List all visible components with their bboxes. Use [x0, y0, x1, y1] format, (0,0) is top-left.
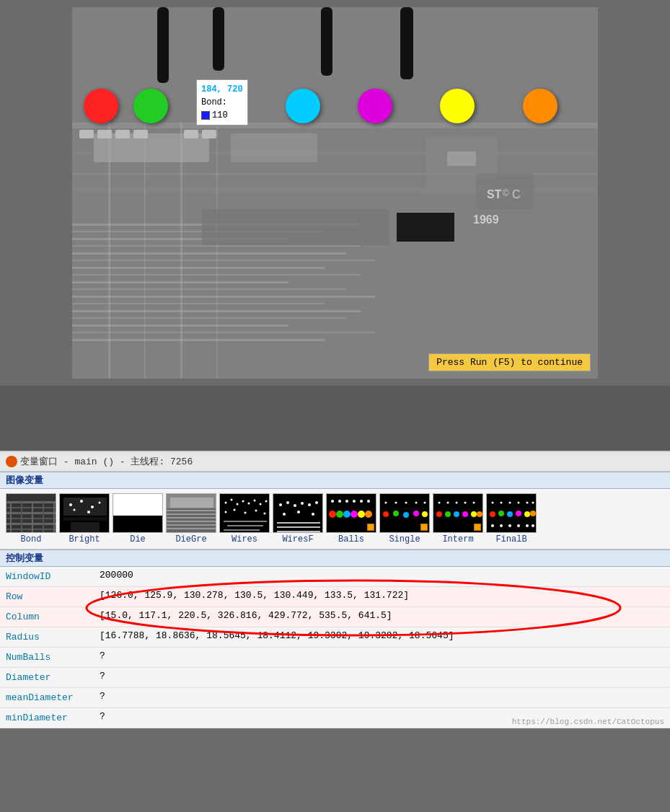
svg-point-102: [279, 503, 282, 506]
svg-rect-46: [400, 7, 413, 79]
svg-rect-10: [72, 260, 375, 261]
value-meandiameter: ?: [100, 691, 664, 702]
thumbnail-die[interactable]: Die: [113, 493, 163, 544]
ball-red: [84, 89, 118, 123]
ball-cyan: [286, 89, 320, 123]
control-row-meandiameter: meanDiameter ?: [0, 688, 670, 708]
tooltip-popup: 184, 720 Bond: 110: [196, 79, 248, 125]
thumbnail-bright[interactable]: Bright: [59, 493, 110, 544]
svg-point-130: [403, 512, 409, 518]
value-diameter: ?: [100, 671, 664, 681]
svg-point-162: [532, 502, 534, 504]
svg-point-142: [462, 511, 468, 517]
svg-point-105: [301, 502, 304, 505]
thumbnail-finalb-label: FinalB: [495, 534, 526, 544]
svg-point-158: [501, 502, 503, 504]
thumbnail-balls-img: [326, 493, 376, 533]
control-row-mindiameter: minDiameter ? https://blog.csdn.net/CatO…: [0, 708, 670, 728]
svg-point-87: [237, 503, 239, 506]
svg-point-96: [255, 510, 257, 512]
header-icon: [6, 456, 17, 467]
label-windowid: WindowID: [6, 570, 100, 582]
svg-point-166: [517, 524, 520, 527]
svg-point-146: [447, 502, 449, 504]
svg-point-129: [393, 511, 399, 516]
svg-point-163: [491, 524, 494, 527]
svg-point-103: [286, 501, 289, 504]
svg-point-107: [315, 501, 318, 504]
svg-point-164: [500, 524, 503, 527]
thumbnail-balls-label: Balls: [338, 534, 364, 544]
thumbnail-wires-label: Wires: [232, 534, 257, 544]
thumbnail-single[interactable]: Single: [379, 493, 430, 544]
svg-point-104: [294, 504, 296, 507]
svg-point-110: [312, 513, 314, 516]
thumbnail-wiresf[interactable]: WiresF: [273, 493, 323, 544]
watermark-text: https://blog.csdn.net/CatOctopus: [512, 718, 664, 726]
svg-point-92: [265, 500, 268, 503]
thumbnail-die-label: Die: [130, 534, 146, 544]
svg-rect-43: [157, 7, 169, 83]
thumbnail-finalb[interactable]: FinalB: [486, 493, 537, 544]
svg-point-122: [338, 500, 341, 503]
svg-point-93: [225, 511, 227, 513]
svg-rect-56: [32, 501, 33, 533]
var-window-header: 变量窗口 - main () - 主线程: 7256: [0, 452, 670, 472]
svg-rect-79: [167, 513, 216, 515]
svg-rect-53: [6, 529, 56, 530]
svg-rect-28: [202, 209, 389, 245]
svg-rect-37: [79, 130, 94, 138]
svg-rect-49: [6, 507, 56, 508]
thumbnail-interm-img: [433, 493, 483, 533]
image-vars-header: 图像变量: [0, 472, 670, 489]
thumbnail-wires[interactable]: Wires: [219, 493, 270, 544]
svg-point-86: [231, 499, 233, 501]
thumbnail-bond[interactable]: Bond: [6, 493, 56, 544]
svg-point-144: [477, 511, 482, 517]
svg-point-136: [415, 502, 418, 504]
svg-rect-82: [167, 524, 216, 526]
svg-point-91: [260, 503, 262, 506]
press-run-bar: Press Run (F5) to continue: [428, 353, 591, 371]
svg-rect-83: [167, 528, 216, 529]
svg-point-149: [473, 502, 475, 504]
label-column: Column: [6, 610, 100, 622]
svg-point-106: [308, 503, 311, 506]
svg-point-66: [99, 502, 101, 504]
svg-point-124: [353, 500, 356, 503]
svg-point-85: [225, 502, 227, 504]
thumbnail-diegre[interactable]: DieGre: [166, 493, 216, 544]
svg-rect-77: [170, 498, 213, 508]
svg-point-135: [405, 502, 407, 504]
thumbnail-wiresf-img: [273, 493, 323, 533]
svg-point-89: [248, 503, 250, 505]
svg-rect-81: [167, 521, 216, 522]
thumbnail-bond-img: [6, 493, 56, 533]
variable-window: 变量窗口 - main () - 主线程: 7256 图像变量: [0, 451, 670, 728]
bond-color-swatch: [201, 111, 210, 120]
thumbnail-bright-label: Bright: [69, 534, 100, 544]
svg-rect-25: [216, 123, 218, 379]
svg-point-160: [518, 502, 520, 504]
svg-point-118: [351, 511, 358, 518]
svg-rect-48: [6, 501, 56, 503]
circuit-background: ST © C 1969: [72, 7, 598, 379]
thumbnail-balls[interactable]: Balls: [326, 493, 376, 544]
svg-rect-72: [71, 522, 100, 532]
svg-rect-44: [213, 7, 224, 71]
thumbnail-interm[interactable]: Interm: [433, 493, 483, 544]
label-numballs: NumBalls: [6, 650, 100, 663]
svg-rect-9: [72, 252, 346, 255]
svg-point-125: [360, 500, 363, 503]
svg-rect-52: [6, 523, 56, 525]
svg-point-141: [454, 511, 459, 517]
svg-rect-51: [6, 518, 56, 519]
value-radius: [16.7788, 18.8636, 18.5645, 18.4112, 19.…: [100, 630, 664, 641]
ball-yellow: [440, 89, 475, 123]
control-row-row: Row [126.0, 125.9, 130.278, 130.5, 130.4…: [0, 587, 670, 607]
control-row-column: Column [15.0, 117.1, 220.5, 326.816, 429…: [0, 607, 670, 627]
label-radius: Radius: [6, 630, 100, 643]
svg-point-137: [424, 502, 426, 504]
svg-rect-78: [167, 510, 216, 511]
svg-point-62: [69, 503, 72, 506]
